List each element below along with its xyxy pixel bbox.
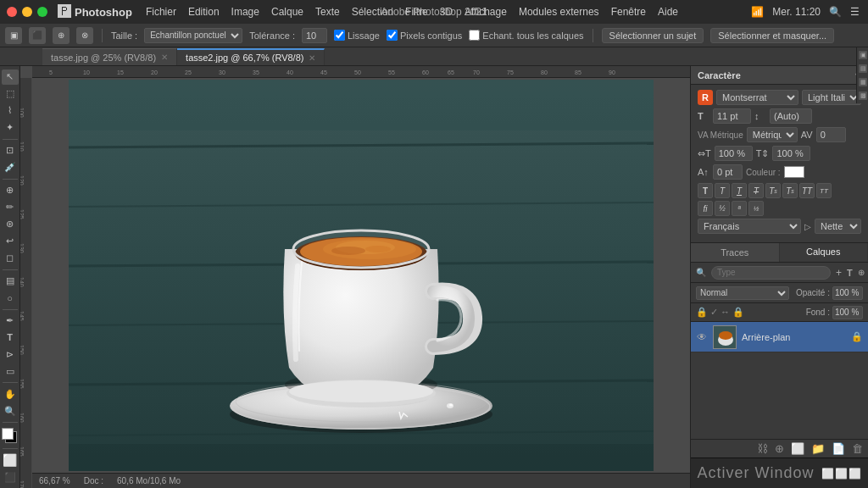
tool-btn-2[interactable]: ⬛ [29, 27, 46, 44]
fi-btn[interactable]: fi [698, 201, 713, 216]
tab-close-2[interactable]: ✕ [309, 53, 315, 63]
side-icon-3[interactable]: ▦ [859, 78, 867, 86]
color-swatches[interactable] [2, 428, 19, 443]
ord-btn[interactable]: ª [732, 201, 747, 216]
lissage-checkbox[interactable]: Lissage [334, 30, 380, 41]
svg-text:100: 100 [20, 108, 25, 118]
font-size-input[interactable] [713, 108, 751, 124]
menu-aide[interactable]: Aide [658, 6, 678, 18]
caractere-header[interactable]: Caractère ▼ [691, 66, 868, 85]
underline-btn[interactable]: T [732, 183, 747, 198]
small-caps-btn[interactable]: TT [816, 183, 832, 198]
menu-icon[interactable]: ☰ [850, 6, 860, 18]
brush-tool[interactable]: ✏ [2, 200, 19, 215]
tool-btn-1[interactable]: ▣ [5, 27, 22, 44]
visibility-toggle[interactable]: 👁 [696, 331, 708, 343]
activate-window[interactable]: Activer Window ⬜⬜⬜ [691, 458, 868, 488]
lasso-tool[interactable]: ⌇ [2, 103, 19, 119]
frac-btn[interactable]: ½ [715, 201, 730, 216]
scale-h-input[interactable] [715, 146, 753, 161]
num-btn[interactable]: ½ [748, 201, 764, 216]
zoom-tool[interactable]: 🔍 [2, 403, 19, 419]
strikethrough-btn[interactable]: T [748, 183, 764, 198]
history-tool[interactable]: ↩ [2, 234, 19, 249]
layers-effect-icon[interactable]: ⊕ [858, 268, 865, 277]
link-layers-btn[interactable]: ⛓ [757, 442, 768, 455]
menu-fenetre[interactable]: Fenêtre [611, 6, 646, 18]
delete-layer-btn[interactable]: 🗑 [852, 442, 863, 455]
selection-tool[interactable]: ⬚ [2, 86, 19, 102]
side-icon-1[interactable]: ▣ [859, 51, 867, 59]
language-select[interactable]: Français [698, 219, 801, 234]
leading-input[interactable] [770, 108, 812, 124]
magic-wand-tool[interactable]: ✦ [2, 120, 19, 136]
italic-btn[interactable]: T [715, 183, 730, 198]
new-layer-btn[interactable]: 📄 [832, 442, 845, 455]
side-icon-4[interactable]: ▩ [859, 92, 867, 100]
scale-v-input[interactable] [772, 146, 810, 161]
color-picker[interactable] [784, 166, 804, 178]
pixels-contigus-checkbox[interactable]: Pixels contigus [387, 30, 462, 41]
add-mask-btn[interactable]: ⬜ [791, 442, 804, 455]
add-style-btn[interactable]: ⊕ [775, 442, 784, 455]
maximize-button[interactable] [37, 7, 47, 17]
caps-btn[interactable]: TT [799, 183, 815, 198]
side-icon-2[interactable]: ▤ [859, 64, 867, 73]
baseline-input[interactable] [713, 164, 743, 180]
mask-tool[interactable]: ⬜ [2, 452, 19, 468]
superscript-btn[interactable]: Ts [765, 183, 781, 198]
layer-arriere-plan[interactable]: 👁 Arrière-plan 🔒 [691, 322, 868, 352]
tab-tasse2[interactable]: tasse2.jpg @ 66,7% (RV8/8) ✕ [177, 48, 325, 65]
close-button[interactable] [7, 7, 17, 17]
menu-modules[interactable]: Modules externes [519, 6, 599, 18]
canvas-container[interactable] [32, 78, 690, 473]
aa-method-select[interactable]: Nette [815, 219, 861, 234]
layers-new-icon[interactable]: + [836, 267, 842, 279]
menu-edition[interactable]: Edition [188, 6, 220, 18]
dodge-tool[interactable]: ○ [2, 291, 19, 306]
tracking-method[interactable]: Métrique [747, 127, 798, 142]
selectionner-sujet-btn[interactable]: Sélectionner un sujet [602, 28, 704, 43]
tool-btn-4[interactable]: ⊗ [76, 27, 93, 44]
calques-tab[interactable]: Calques [780, 243, 869, 262]
gradient-tool[interactable]: ▤ [2, 274, 19, 289]
bold-btn[interactable]: T [698, 183, 713, 198]
tolerance-input[interactable] [302, 28, 327, 43]
layers-search-input[interactable] [711, 266, 831, 280]
subscript-btn[interactable]: Ts [782, 183, 798, 198]
crop-tool[interactable]: ⊡ [2, 143, 19, 158]
menu-texte[interactable]: Texte [315, 6, 340, 18]
menu-fichier[interactable]: Fichier [146, 6, 176, 18]
search-icon[interactable]: 🔍 [829, 6, 842, 18]
new-group-btn[interactable]: 📁 [811, 442, 825, 455]
blend-mode-select[interactable]: Normal [696, 286, 789, 300]
clone-tool[interactable]: ⊛ [2, 217, 19, 232]
font-family-select[interactable]: Montserrat [716, 90, 798, 105]
eraser-tool[interactable]: ◻ [2, 251, 19, 266]
healing-tool[interactable]: ⊕ [2, 183, 19, 198]
kern-input[interactable] [816, 127, 846, 142]
layers-text-icon[interactable]: T [847, 268, 853, 278]
echant-checkbox[interactable]: Echant. tous les calques [469, 30, 583, 41]
selectionner-masquer-btn[interactable]: Sélectionner et masquer... [710, 28, 834, 43]
tab-close-1[interactable]: ✕ [161, 53, 168, 62]
text-tool[interactable]: T [2, 330, 19, 345]
move-tool[interactable]: ↖ [2, 69, 19, 85]
pen-tool[interactable]: ✒ [2, 313, 19, 328]
shape-tool[interactable]: ▭ [2, 363, 19, 379]
path-selection-tool[interactable]: ⊳ [2, 347, 19, 362]
fg-color-swatch[interactable] [2, 428, 14, 440]
traces-tab[interactable]: Traces [691, 243, 780, 262]
hand-tool[interactable]: ✋ [2, 386, 19, 402]
fill-input[interactable] [832, 306, 863, 319]
font-style-select[interactable]: Light Italic [802, 90, 861, 105]
menu-image[interactable]: Image [231, 6, 259, 18]
tool-btn-3[interactable]: ⊕ [53, 27, 70, 44]
taille-select[interactable]: Echantillon ponctuel [144, 28, 242, 43]
menu-calque[interactable]: Calque [271, 6, 303, 18]
opacity-input[interactable] [832, 286, 863, 300]
screen-mode-tool[interactable]: ⬛ [2, 469, 19, 485]
tab-tasse1[interactable]: tasse.jpg @ 25% (RV8/8) ✕ [42, 48, 177, 65]
eyedropper-tool[interactable]: 💉 [2, 160, 19, 175]
minimize-button[interactable] [22, 7, 32, 17]
